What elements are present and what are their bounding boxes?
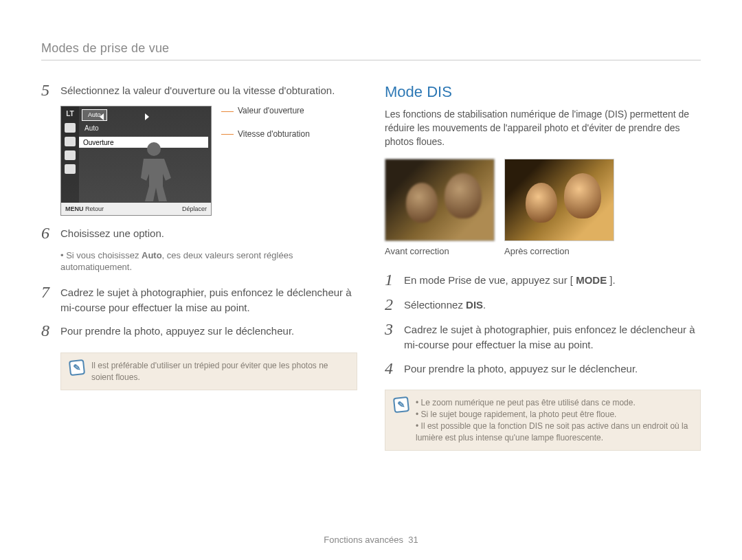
section-intro: Les fonctions de stabilisation numérique… xyxy=(385,107,701,149)
lcd-deplacer-label: Déplacer xyxy=(182,205,207,214)
step-5: 5 Sélectionnez la valeur d'ouverture ou … xyxy=(41,81,357,99)
section-title: Mode DIS xyxy=(385,81,701,103)
step-text: Cadrez le sujet à photographier, puis en… xyxy=(60,283,357,315)
lcd-annotations: Valeur d'ouverture Vitesse d'obturation xyxy=(221,106,310,152)
divider xyxy=(41,60,701,60)
step2-pre: Sélectionnez xyxy=(404,299,466,311)
step-text: Sélectionnez DIS. xyxy=(404,295,486,313)
side-icon-3 xyxy=(65,137,76,146)
annotation-2-text: Vitesse d'obturation xyxy=(238,129,310,140)
annotation-1-text: Valeur d'ouverture xyxy=(238,106,304,117)
photo-captions: Avant correction Après correction xyxy=(385,245,701,258)
lcd-footer: MENU Retour Déplacer xyxy=(61,203,211,215)
arrow-left-icon xyxy=(100,113,104,120)
step-6-note: Si vous choisissez Auto, ces deux valeur… xyxy=(60,249,357,273)
face-icon xyxy=(526,183,557,223)
face-icon xyxy=(406,183,438,223)
right-column: Mode DIS Les fonctions de stabilisation … xyxy=(385,81,701,451)
tip-text: Il est préférable d'utiliser un trépied … xyxy=(91,360,348,383)
lcd-sidebar: LT xyxy=(61,107,79,203)
step1-bold: MODE xyxy=(576,274,607,286)
note-bold: Auto xyxy=(142,250,162,260)
annotation-2: Vitesse d'obturation xyxy=(221,129,310,140)
step1-pre: En mode Prise de vue, appuyez sur [ xyxy=(404,274,576,286)
leader-line-icon xyxy=(221,111,234,112)
step-number: 7 xyxy=(41,283,54,315)
caption-before: Avant correction xyxy=(385,245,495,258)
side-icon-2 xyxy=(65,123,76,133)
annotation-1: Valeur d'ouverture xyxy=(221,106,310,117)
lt-icon: LT xyxy=(65,109,76,119)
step-6: 6 Choisissez une option. xyxy=(41,224,357,242)
photo-before xyxy=(385,159,495,241)
step-text: Cadrez le sujet à photographier, puis en… xyxy=(404,320,701,352)
footer-section: Fonctions avancées xyxy=(324,535,403,545)
step2-bold: DIS xyxy=(466,299,483,311)
step-text: Pour prendre la photo, appuyez sur le dé… xyxy=(60,322,294,339)
step-text: Pour prendre la photo, appuyez sur le dé… xyxy=(404,359,638,377)
note-icon: ✎ xyxy=(393,396,409,413)
tip-item: Il est possible que la fonction DIS ne s… xyxy=(416,421,692,444)
step-number: 8 xyxy=(41,322,54,339)
step-number: 2 xyxy=(385,295,397,313)
step-text: En mode Prise de vue, appuyez sur [ MODE… xyxy=(404,271,616,289)
step-number: 5 xyxy=(41,81,54,99)
step-3: 3 Cadrez le sujet à photographier, puis … xyxy=(385,320,701,352)
photo-after xyxy=(504,159,614,241)
step-number: 6 xyxy=(41,224,54,242)
step2-post: . xyxy=(483,299,486,311)
comparison-photos xyxy=(385,159,701,241)
camera-lcd: LT Auto Auto Ouverture xyxy=(60,106,212,216)
tip-box-right: ✎ Le zoom numérique ne peut pas être uti… xyxy=(385,390,701,451)
step-text: Sélectionnez la valeur d'ouverture ou la… xyxy=(60,81,335,99)
step-8: 8 Pour prendre la photo, appuyez sur le … xyxy=(41,322,357,339)
breadcrumb: Modes de prise de vue xyxy=(41,41,701,56)
content-columns: 5 Sélectionnez la valeur d'ouverture ou … xyxy=(41,81,701,451)
arrow-right-icon xyxy=(145,113,149,120)
step-2: 2 Sélectionnez DIS. xyxy=(385,295,701,313)
step-number: 4 xyxy=(385,359,397,377)
left-column: 5 Sélectionnez la valeur d'ouverture ou … xyxy=(41,81,357,451)
step-text: Choisissez une option. xyxy=(60,224,164,242)
lcd-retour-label: Retour xyxy=(85,205,104,212)
side-icon-5 xyxy=(65,164,76,174)
lcd-row2: Auto xyxy=(79,123,208,134)
tip-box-left: ✎ Il est préférable d'utiliser un trépie… xyxy=(60,352,357,391)
footer-page-number: 31 xyxy=(408,535,418,545)
step-4: 4 Pour prendre la photo, appuyez sur le … xyxy=(385,359,701,377)
tip-item: Si le sujet bouge rapidement, la photo p… xyxy=(416,409,692,421)
step-number: 3 xyxy=(385,320,397,352)
page-footer: Fonctions avancées 31 xyxy=(0,535,742,545)
lcd-row1: Auto xyxy=(79,109,208,120)
lcd-row2-label: Auto xyxy=(85,124,99,134)
step1-post: ]. xyxy=(607,274,616,286)
note-pre: Si vous choisissez xyxy=(66,250,142,260)
camera-screenshot-block: LT Auto Auto Ouverture xyxy=(60,106,357,216)
step-1: 1 En mode Prise de vue, appuyez sur [ MO… xyxy=(385,271,701,289)
person-silhouette-icon xyxy=(123,137,185,205)
tip-list: Le zoom numérique ne peut pas être utili… xyxy=(416,397,692,443)
note-icon: ✎ xyxy=(69,359,85,376)
face-icon xyxy=(564,173,601,219)
side-icon-4 xyxy=(65,150,76,160)
face-icon xyxy=(445,173,482,219)
step-7: 7 Cadrez le sujet à photographier, puis … xyxy=(41,283,357,315)
tip-item: Le zoom numérique ne peut pas être utili… xyxy=(416,397,692,409)
lcd-menu-label: MENU xyxy=(65,205,84,212)
step-number: 1 xyxy=(385,271,397,289)
leader-line-icon xyxy=(221,134,234,135)
caption-after: Après correction xyxy=(504,245,614,258)
